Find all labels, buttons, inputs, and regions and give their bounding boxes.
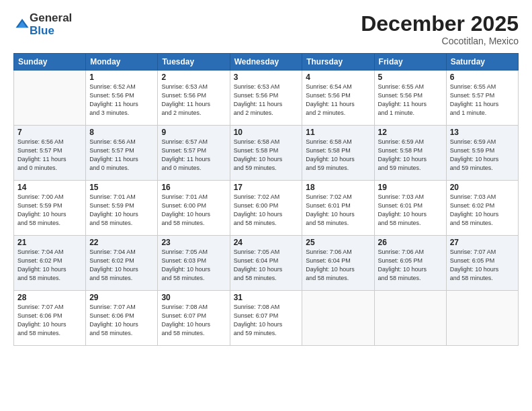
day-info: Sunrise: 7:06 AM Sunset: 6:04 PM Dayligh… [306, 248, 370, 283]
table-row: 9Sunrise: 6:57 AM Sunset: 5:57 PM Daylig… [158, 126, 230, 181]
day-info: Sunrise: 6:56 AM Sunset: 5:57 PM Dayligh… [17, 138, 82, 173]
day-info: Sunrise: 7:05 AM Sunset: 6:04 PM Dayligh… [234, 248, 299, 283]
table-row: 27Sunrise: 7:07 AM Sunset: 6:05 PM Dayli… [446, 236, 518, 291]
day-number: 17 [234, 183, 299, 192]
day-info: Sunrise: 6:52 AM Sunset: 5:56 PM Dayligh… [89, 83, 154, 118]
table-row [374, 291, 446, 346]
table-row: 17Sunrise: 7:02 AM Sunset: 6:00 PM Dayli… [230, 181, 302, 236]
day-number: 13 [450, 128, 515, 137]
table-row: 13Sunrise: 6:59 AM Sunset: 5:59 PM Dayli… [446, 126, 518, 181]
day-number: 6 [450, 73, 515, 82]
table-row: 7Sunrise: 6:56 AM Sunset: 5:57 PM Daylig… [14, 126, 86, 181]
header-thursday: Thursday [302, 54, 374, 71]
logo-general-label: General [30, 12, 72, 25]
day-info: Sunrise: 6:58 AM Sunset: 5:58 PM Dayligh… [234, 138, 299, 173]
table-row: 4Sunrise: 6:54 AM Sunset: 5:56 PM Daylig… [302, 71, 374, 126]
day-number: 4 [306, 73, 370, 82]
logo-icon [15, 17, 30, 32]
table-row: 1Sunrise: 6:52 AM Sunset: 5:56 PM Daylig… [86, 71, 158, 126]
header: General Blue December 2025 Cocotitlan, M… [13, 12, 519, 46]
day-number: 23 [161, 238, 226, 247]
day-number: 12 [378, 128, 443, 137]
day-number: 30 [161, 293, 226, 302]
calendar-header-row: Sunday Monday Tuesday Wednesday Thursday… [14, 54, 519, 71]
day-info: Sunrise: 7:07 AM Sunset: 6:05 PM Dayligh… [450, 248, 515, 283]
day-info: Sunrise: 7:02 AM Sunset: 6:00 PM Dayligh… [234, 193, 299, 228]
table-row: 8Sunrise: 6:56 AM Sunset: 5:57 PM Daylig… [86, 126, 158, 181]
table-row: 22Sunrise: 7:04 AM Sunset: 6:02 PM Dayli… [86, 236, 158, 291]
day-number: 18 [306, 183, 370, 192]
logo-blue-label: Blue [30, 25, 72, 38]
day-number: 3 [234, 73, 299, 82]
day-info: Sunrise: 6:53 AM Sunset: 5:56 PM Dayligh… [234, 83, 299, 118]
table-row: 20Sunrise: 7:03 AM Sunset: 6:02 PM Dayli… [446, 181, 518, 236]
day-info: Sunrise: 6:59 AM Sunset: 5:59 PM Dayligh… [450, 138, 515, 173]
header-wednesday: Wednesday [230, 54, 302, 71]
day-info: Sunrise: 7:04 AM Sunset: 6:02 PM Dayligh… [17, 248, 82, 283]
table-row: 12Sunrise: 6:59 AM Sunset: 5:58 PM Dayli… [374, 126, 446, 181]
title-block: December 2025 Cocotitlan, Mexico [361, 12, 519, 46]
day-info: Sunrise: 7:07 AM Sunset: 6:06 PM Dayligh… [89, 303, 154, 338]
calendar-row: 14Sunrise: 7:00 AM Sunset: 5:59 PM Dayli… [14, 181, 519, 236]
day-info: Sunrise: 6:53 AM Sunset: 5:56 PM Dayligh… [161, 83, 226, 118]
table-row: 25Sunrise: 7:06 AM Sunset: 6:04 PM Dayli… [302, 236, 374, 291]
day-number: 5 [378, 73, 443, 82]
day-number: 26 [378, 238, 443, 247]
day-info: Sunrise: 6:59 AM Sunset: 5:58 PM Dayligh… [378, 138, 443, 173]
day-info: Sunrise: 7:08 AM Sunset: 6:07 PM Dayligh… [161, 303, 226, 338]
day-info: Sunrise: 6:54 AM Sunset: 5:56 PM Dayligh… [306, 83, 370, 118]
day-number: 24 [234, 238, 299, 247]
page: General Blue December 2025 Cocotitlan, M… [0, 0, 532, 411]
day-number: 22 [89, 238, 154, 247]
table-row: 10Sunrise: 6:58 AM Sunset: 5:58 PM Dayli… [230, 126, 302, 181]
table-row [302, 291, 374, 346]
day-number: 11 [306, 128, 370, 137]
table-row [14, 71, 86, 126]
day-number: 7 [17, 128, 82, 137]
table-row: 5Sunrise: 6:55 AM Sunset: 5:56 PM Daylig… [374, 71, 446, 126]
day-info: Sunrise: 6:55 AM Sunset: 5:57 PM Dayligh… [450, 83, 515, 118]
day-info: Sunrise: 7:03 AM Sunset: 6:02 PM Dayligh… [450, 193, 515, 228]
day-info: Sunrise: 7:04 AM Sunset: 6:02 PM Dayligh… [89, 248, 154, 283]
header-tuesday: Tuesday [158, 54, 230, 71]
day-number: 31 [234, 293, 299, 302]
location-subtitle: Cocotitlan, Mexico [361, 36, 519, 46]
day-info: Sunrise: 7:08 AM Sunset: 6:07 PM Dayligh… [234, 303, 299, 338]
day-info: Sunrise: 7:01 AM Sunset: 5:59 PM Dayligh… [89, 193, 154, 228]
table-row: 6Sunrise: 6:55 AM Sunset: 5:57 PM Daylig… [446, 71, 518, 126]
day-info: Sunrise: 7:05 AM Sunset: 6:03 PM Dayligh… [161, 248, 226, 283]
day-number: 2 [161, 73, 226, 82]
table-row: 21Sunrise: 7:04 AM Sunset: 6:02 PM Dayli… [14, 236, 86, 291]
calendar-row: 1Sunrise: 6:52 AM Sunset: 5:56 PM Daylig… [14, 71, 519, 126]
table-row: 11Sunrise: 6:58 AM Sunset: 5:58 PM Dayli… [302, 126, 374, 181]
day-number: 20 [450, 183, 515, 192]
day-number: 16 [161, 183, 226, 192]
table-row: 28Sunrise: 7:07 AM Sunset: 6:06 PM Dayli… [14, 291, 86, 346]
day-info: Sunrise: 7:06 AM Sunset: 6:05 PM Dayligh… [378, 248, 443, 283]
day-number: 15 [89, 183, 154, 192]
calendar-table: Sunday Monday Tuesday Wednesday Thursday… [13, 53, 519, 346]
header-saturday: Saturday [446, 54, 518, 71]
day-number: 27 [450, 238, 515, 247]
header-monday: Monday [86, 54, 158, 71]
table-row: 16Sunrise: 7:01 AM Sunset: 6:00 PM Dayli… [158, 181, 230, 236]
header-friday: Friday [374, 54, 446, 71]
day-number: 1 [89, 73, 154, 82]
day-number: 28 [17, 293, 82, 302]
day-info: Sunrise: 6:57 AM Sunset: 5:57 PM Dayligh… [161, 138, 226, 173]
day-info: Sunrise: 7:07 AM Sunset: 6:06 PM Dayligh… [17, 303, 82, 338]
table-row: 15Sunrise: 7:01 AM Sunset: 5:59 PM Dayli… [86, 181, 158, 236]
day-number: 10 [234, 128, 299, 137]
table-row: 26Sunrise: 7:06 AM Sunset: 6:05 PM Dayli… [374, 236, 446, 291]
day-info: Sunrise: 7:02 AM Sunset: 6:01 PM Dayligh… [306, 193, 370, 228]
table-row: 2Sunrise: 6:53 AM Sunset: 5:56 PM Daylig… [158, 71, 230, 126]
day-info: Sunrise: 7:00 AM Sunset: 5:59 PM Dayligh… [17, 193, 82, 228]
calendar-row: 28Sunrise: 7:07 AM Sunset: 6:06 PM Dayli… [14, 291, 519, 346]
day-info: Sunrise: 6:56 AM Sunset: 5:57 PM Dayligh… [89, 138, 154, 173]
month-title: December 2025 [361, 12, 519, 36]
day-number: 19 [378, 183, 443, 192]
day-number: 14 [17, 183, 82, 192]
day-number: 29 [89, 293, 154, 302]
table-row: 14Sunrise: 7:00 AM Sunset: 5:59 PM Dayli… [14, 181, 86, 236]
table-row: 31Sunrise: 7:08 AM Sunset: 6:07 PM Dayli… [230, 291, 302, 346]
